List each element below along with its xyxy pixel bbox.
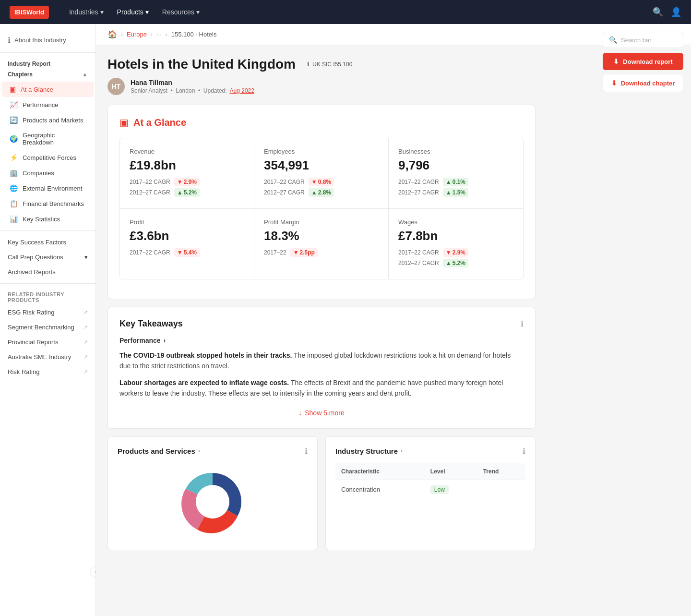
breadcrumb-home-icon[interactable]: 🏠	[107, 30, 117, 39]
download-report-icon: ⬇	[613, 58, 619, 65]
takeaways-title: Key Takeaways	[119, 319, 183, 329]
products-services-info-icon[interactable]: ℹ	[305, 447, 308, 456]
sidebar-item-competitive[interactable]: ⚡ Competitive Forces	[2, 150, 94, 165]
sidebar-item-risk[interactable]: Risk Rating ↗	[0, 364, 95, 379]
sidebar-item-geographic[interactable]: 🌍 Geographic Breakdown	[2, 128, 94, 150]
industry-structure-card: Industry Structure › ℹ Characteristic Le…	[325, 436, 536, 550]
segment-label: Segment Benchmarking	[8, 324, 74, 331]
cagr-label-0b: 2012–27 CAGR	[130, 189, 170, 196]
download-report-button[interactable]: ⬇ Download report	[603, 53, 683, 70]
sidebar-item-esg[interactable]: ESG Risk Rating ↗	[0, 305, 95, 320]
performance-icon: 📈	[10, 101, 18, 109]
content-area: Hotels in the United Kingdom ℹ UK SIC I5…	[96, 45, 547, 562]
australia-label: Australia SME Industry	[8, 353, 71, 361]
sic-info-icon: ℹ	[307, 61, 310, 68]
metric-profit-margin: Profit Margin 18.3% 2017–22 ▼ 2.5pp	[254, 209, 389, 279]
nav-logo[interactable]: IBISWorld	[10, 6, 49, 19]
takeaway-bold-1: Labour shortages are expected to inflate…	[119, 379, 289, 387]
sidebar-divider-1	[0, 230, 95, 231]
search-box[interactable]: 🔍 Search bar	[603, 32, 683, 48]
metric-cagr-row-0b: 2012–27 CAGR ▲ 5.2%	[130, 188, 244, 197]
metric-cagr-row-3a: 2017–22 CAGR ▼ 5.4%	[130, 248, 244, 257]
download-report-label: Download report	[623, 58, 672, 65]
at-a-glance-card: ▣ At a Glance Revenue £19.8bn 2017–22 CA…	[107, 105, 536, 299]
chapters-chevron[interactable]: ▲	[82, 71, 88, 78]
performance-section[interactable]: Performance ›	[119, 337, 524, 344]
metric-cagr-row-0a: 2017–22 CAGR ▼ 2.9%	[130, 178, 244, 186]
col-characteristic: Characteristic	[335, 463, 425, 480]
nav-industries-label: Industries	[69, 8, 98, 16]
analyst-row: HT Hana Tillman Senior Analyst • London …	[107, 78, 536, 95]
external-icon: 🌐	[10, 184, 18, 192]
sidebar-item-call-prep[interactable]: Call Prep Questions ▾	[0, 250, 95, 265]
takeaways-info-icon[interactable]: ℹ	[521, 319, 524, 328]
breadcrumb-current: 155.100 · Hotels	[171, 31, 217, 38]
sidebar-section-title: Industry Report	[0, 59, 95, 69]
sidebar-item-products-markets[interactable]: 🔄 Products and Markets	[2, 112, 94, 128]
sidebar-item-financial[interactable]: 📋 Financial Benchmarks	[2, 196, 94, 211]
section-icon: ▣	[119, 117, 129, 128]
sidebar-item-australia[interactable]: Australia SME Industry ↗	[0, 350, 95, 364]
esg-label: ESG Risk Rating	[8, 309, 55, 316]
products-services-card: Products and Services › ℹ	[107, 436, 318, 550]
cagr-label-0a: 2017–22 CAGR	[130, 179, 170, 185]
metric-value-2: 9,796	[398, 158, 513, 173]
sidebar-item-provincial[interactable]: Provincial Reports ↗	[0, 335, 95, 350]
performance-chevron: ›	[164, 337, 166, 344]
risk-label: Risk Rating	[8, 368, 39, 375]
analyst-updated-label: Updated:	[203, 87, 227, 94]
nav-item-resources[interactable]: Resources ▾	[156, 5, 205, 19]
donut-svg	[165, 463, 261, 540]
call-prep-chevron: ▾	[84, 254, 88, 261]
sidebar-item-companies[interactable]: 🏢 Companies	[2, 165, 94, 181]
analyst-updated-date[interactable]: Aug 2022	[230, 87, 254, 94]
right-panel: 🔍 Search bar ⬇ Download report ⬇ Downloa…	[595, 24, 691, 100]
sidebar-item-label-6: External Environment	[23, 185, 82, 192]
sidebar-item-label-0: At a Glance	[21, 86, 53, 93]
metric-value-3: £3.6bn	[130, 229, 244, 243]
download-chapter-button[interactable]: ⬇ Download chapter	[603, 74, 683, 92]
nav-item-industries[interactable]: Industries ▾	[63, 5, 109, 19]
cagr-badge-2b: ▲ 1.5%	[443, 188, 468, 197]
companies-icon: 🏢	[10, 169, 18, 177]
search-icon[interactable]: 🔍	[653, 7, 663, 17]
cagr-badge-5a: ▼ 2.9%	[443, 248, 468, 257]
sidebar-about[interactable]: ℹ About this Industry	[0, 32, 95, 53]
sidebar-item-segment[interactable]: Segment Benchmarking ↗	[0, 320, 95, 335]
download-chapter-icon: ⬇	[611, 79, 617, 87]
cagr-badge-3a: ▼ 5.4%	[174, 248, 200, 257]
sidebar-item-archived[interactable]: Archived Reports	[0, 265, 95, 279]
collapse-sidebar-button[interactable]: ‹	[90, 566, 96, 578]
industry-structure-info-icon[interactable]: ℹ	[523, 447, 525, 456]
table-header-row: Characteristic Level Trend	[335, 463, 525, 480]
metrics-grid: Revenue £19.8bn 2017–22 CAGR ▼ 2.9% 2012…	[119, 138, 524, 279]
analyst-name: Hana Tillman	[131, 79, 254, 86]
page-title-row: Hotels in the United Kingdom ℹ UK SIC I5…	[107, 57, 536, 72]
external-link-icon-0: ↗	[83, 309, 88, 315]
industry-structure-title[interactable]: Industry Structure ›	[335, 447, 403, 455]
products-services-title[interactable]: Products and Services ›	[118, 447, 200, 455]
analyst-role: Senior Analyst	[131, 87, 167, 94]
show-more-button[interactable]: ↓ Show 5 more	[119, 405, 524, 417]
at-a-glance-icon: ▣	[10, 85, 16, 93]
metric-cagr-row-1a: 2017–22 CAGR ▼ 0.8%	[264, 178, 379, 186]
sidebar-item-key-success[interactable]: Key Success Factors	[0, 235, 95, 250]
cagr-label-1a: 2017–22 CAGR	[264, 179, 305, 185]
user-icon[interactable]: 👤	[671, 7, 681, 17]
takeaway-0: The COVID-19 outbreak stopped hotels in …	[119, 350, 524, 372]
sidebar-item-at-a-glance[interactable]: ▣ At a Glance	[2, 82, 94, 97]
donut-center	[196, 485, 229, 519]
nav-resources-chevron: ▾	[196, 8, 200, 16]
sic-badge: ℹ UK SIC I55.100	[301, 59, 358, 70]
metric-employees: Employees 354,991 2017–22 CAGR ▼ 0.8% 20…	[254, 138, 389, 209]
nav-item-products[interactable]: Products ▾	[111, 5, 155, 19]
products-services-label: Products and Services	[118, 447, 195, 455]
breadcrumb-dots[interactable]: ···	[156, 31, 162, 38]
external-link-icon-3: ↗	[83, 354, 88, 360]
sidebar-item-performance[interactable]: 📈 Performance	[2, 97, 94, 112]
cagr-badge-1b: ▲ 2.8%	[309, 188, 334, 197]
sidebar-item-external[interactable]: 🌐 External Environment	[2, 181, 94, 196]
sidebar-item-key-stats[interactable]: 📊 Key Statistics	[2, 211, 94, 227]
row-characteristic-0: Concentration	[335, 480, 425, 499]
breadcrumb-europe[interactable]: Europe	[127, 31, 147, 38]
